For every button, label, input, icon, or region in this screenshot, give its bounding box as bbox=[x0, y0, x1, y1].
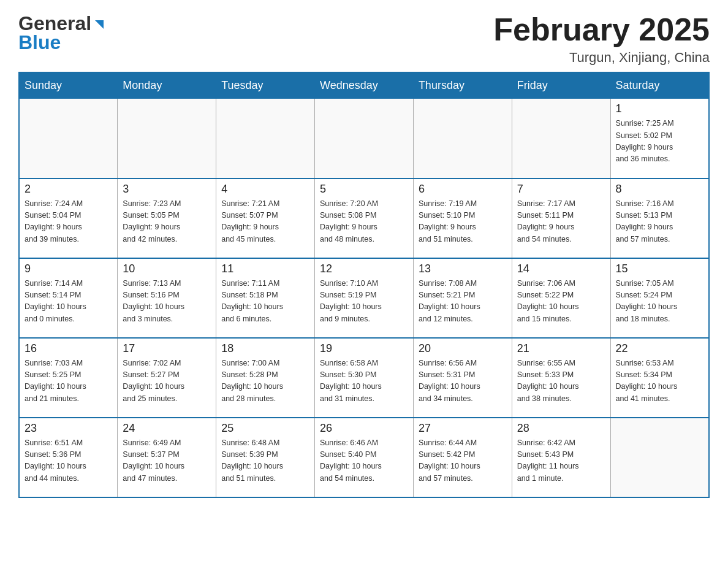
day-info: Sunrise: 6:46 AM Sunset: 5:40 PM Dayligh… bbox=[320, 437, 408, 485]
day-info: Sunrise: 7:14 AM Sunset: 5:14 PM Dayligh… bbox=[25, 278, 112, 326]
day-number: 8 bbox=[616, 183, 703, 196]
location: Turgun, Xinjiang, China bbox=[493, 50, 710, 66]
calendar-cell bbox=[413, 99, 512, 178]
day-number: 13 bbox=[419, 262, 507, 275]
day-number: 20 bbox=[419, 342, 507, 355]
month-title: February 2025 bbox=[493, 12, 710, 47]
week-row: 2Sunrise: 7:24 AM Sunset: 5:04 PM Daylig… bbox=[19, 178, 709, 258]
day-number: 25 bbox=[221, 422, 309, 435]
day-info: Sunrise: 6:58 AM Sunset: 5:30 PM Dayligh… bbox=[320, 358, 408, 405]
day-number: 12 bbox=[320, 262, 408, 275]
weekday-header: Friday bbox=[512, 72, 610, 99]
day-info: Sunrise: 7:08 AM Sunset: 5:21 PM Dayligh… bbox=[419, 278, 507, 326]
calendar-cell: 10Sunrise: 7:13 AM Sunset: 5:16 PM Dayli… bbox=[118, 258, 216, 338]
calendar-cell: 14Sunrise: 7:06 AM Sunset: 5:22 PM Dayli… bbox=[512, 258, 610, 338]
day-info: Sunrise: 7:06 AM Sunset: 5:22 PM Dayligh… bbox=[517, 278, 605, 326]
day-number: 5 bbox=[320, 183, 408, 196]
calendar-cell: 22Sunrise: 6:53 AM Sunset: 5:34 PM Dayli… bbox=[610, 338, 709, 418]
day-number: 9 bbox=[25, 262, 112, 275]
day-info: Sunrise: 7:25 AM Sunset: 5:02 PM Dayligh… bbox=[616, 118, 703, 166]
day-number: 3 bbox=[123, 183, 211, 196]
calendar-cell: 13Sunrise: 7:08 AM Sunset: 5:21 PM Dayli… bbox=[413, 258, 512, 338]
weekday-header-row: SundayMondayTuesdayWednesdayThursdayFrid… bbox=[19, 72, 709, 99]
day-number: 15 bbox=[616, 262, 703, 275]
day-number: 26 bbox=[320, 422, 408, 435]
day-number: 14 bbox=[517, 262, 605, 275]
day-number: 4 bbox=[221, 183, 309, 196]
day-info: Sunrise: 7:23 AM Sunset: 5:05 PM Dayligh… bbox=[123, 198, 211, 246]
day-number: 21 bbox=[517, 342, 605, 355]
day-number: 11 bbox=[221, 262, 309, 275]
calendar-cell: 17Sunrise: 7:02 AM Sunset: 5:27 PM Dayli… bbox=[118, 338, 216, 418]
day-info: Sunrise: 7:20 AM Sunset: 5:08 PM Dayligh… bbox=[320, 198, 408, 246]
calendar-cell bbox=[118, 99, 216, 178]
day-info: Sunrise: 7:05 AM Sunset: 5:24 PM Dayligh… bbox=[616, 278, 703, 326]
calendar-cell bbox=[512, 99, 610, 178]
calendar-cell: 6Sunrise: 7:19 AM Sunset: 5:10 PM Daylig… bbox=[413, 178, 512, 258]
calendar-cell: 4Sunrise: 7:21 AM Sunset: 5:07 PM Daylig… bbox=[216, 178, 315, 258]
day-info: Sunrise: 6:44 AM Sunset: 5:42 PM Dayligh… bbox=[419, 437, 507, 485]
calendar-cell: 5Sunrise: 7:20 AM Sunset: 5:08 PM Daylig… bbox=[315, 178, 414, 258]
logo: General Blue bbox=[18, 12, 106, 54]
day-info: Sunrise: 6:55 AM Sunset: 5:33 PM Dayligh… bbox=[517, 358, 605, 405]
day-number: 19 bbox=[320, 342, 408, 355]
calendar-cell: 3Sunrise: 7:23 AM Sunset: 5:05 PM Daylig… bbox=[118, 178, 216, 258]
calendar-cell: 23Sunrise: 6:51 AM Sunset: 5:36 PM Dayli… bbox=[19, 418, 118, 497]
calendar-cell bbox=[315, 99, 414, 178]
day-number: 1 bbox=[616, 102, 703, 115]
calendar-cell: 7Sunrise: 7:17 AM Sunset: 5:11 PM Daylig… bbox=[512, 178, 610, 258]
weekday-header: Saturday bbox=[610, 72, 709, 99]
day-number: 27 bbox=[419, 422, 507, 435]
day-info: Sunrise: 6:51 AM Sunset: 5:36 PM Dayligh… bbox=[25, 437, 112, 485]
day-info: Sunrise: 6:53 AM Sunset: 5:34 PM Dayligh… bbox=[616, 358, 703, 405]
page-header: General Blue February 2025 Turgun, Xinji… bbox=[18, 12, 710, 66]
day-info: Sunrise: 7:00 AM Sunset: 5:28 PM Dayligh… bbox=[221, 358, 309, 405]
calendar-cell: 25Sunrise: 6:48 AM Sunset: 5:39 PM Dayli… bbox=[216, 418, 315, 497]
calendar-cell: 9Sunrise: 7:14 AM Sunset: 5:14 PM Daylig… bbox=[19, 258, 118, 338]
calendar-cell: 1Sunrise: 7:25 AM Sunset: 5:02 PM Daylig… bbox=[610, 99, 709, 178]
day-info: Sunrise: 7:11 AM Sunset: 5:18 PM Dayligh… bbox=[221, 278, 309, 326]
day-info: Sunrise: 7:24 AM Sunset: 5:04 PM Dayligh… bbox=[25, 198, 112, 246]
svg-marker-0 bbox=[95, 20, 104, 29]
day-number: 24 bbox=[123, 422, 211, 435]
day-info: Sunrise: 7:10 AM Sunset: 5:19 PM Dayligh… bbox=[320, 278, 408, 326]
day-number: 16 bbox=[25, 342, 112, 355]
title-block: February 2025 Turgun, Xinjiang, China bbox=[493, 12, 710, 66]
day-number: 6 bbox=[419, 183, 507, 196]
day-info: Sunrise: 6:48 AM Sunset: 5:39 PM Dayligh… bbox=[221, 437, 309, 485]
calendar-cell: 11Sunrise: 7:11 AM Sunset: 5:18 PM Dayli… bbox=[216, 258, 315, 338]
day-info: Sunrise: 7:16 AM Sunset: 5:13 PM Dayligh… bbox=[616, 198, 703, 246]
day-info: Sunrise: 7:19 AM Sunset: 5:10 PM Dayligh… bbox=[419, 198, 507, 246]
calendar-cell: 19Sunrise: 6:58 AM Sunset: 5:30 PM Dayli… bbox=[315, 338, 414, 418]
calendar-cell: 21Sunrise: 6:55 AM Sunset: 5:33 PM Dayli… bbox=[512, 338, 610, 418]
day-info: Sunrise: 7:21 AM Sunset: 5:07 PM Dayligh… bbox=[221, 198, 309, 246]
calendar-cell: 16Sunrise: 7:03 AM Sunset: 5:25 PM Dayli… bbox=[19, 338, 118, 418]
week-row: 16Sunrise: 7:03 AM Sunset: 5:25 PM Dayli… bbox=[19, 338, 709, 418]
calendar-cell: 26Sunrise: 6:46 AM Sunset: 5:40 PM Dayli… bbox=[315, 418, 414, 497]
calendar-cell bbox=[216, 99, 315, 178]
day-info: Sunrise: 6:49 AM Sunset: 5:37 PM Dayligh… bbox=[123, 437, 211, 485]
calendar-cell: 2Sunrise: 7:24 AM Sunset: 5:04 PM Daylig… bbox=[19, 178, 118, 258]
calendar-cell: 20Sunrise: 6:56 AM Sunset: 5:31 PM Dayli… bbox=[413, 338, 512, 418]
calendar-cell: 24Sunrise: 6:49 AM Sunset: 5:37 PM Dayli… bbox=[118, 418, 216, 497]
day-number: 28 bbox=[517, 422, 605, 435]
logo-triangle-icon bbox=[93, 18, 106, 31]
calendar-cell bbox=[610, 418, 709, 497]
day-number: 2 bbox=[25, 183, 112, 196]
week-row: 9Sunrise: 7:14 AM Sunset: 5:14 PM Daylig… bbox=[19, 258, 709, 338]
day-info: Sunrise: 7:02 AM Sunset: 5:27 PM Dayligh… bbox=[123, 358, 211, 405]
day-number: 22 bbox=[616, 342, 703, 355]
calendar-cell: 18Sunrise: 7:00 AM Sunset: 5:28 PM Dayli… bbox=[216, 338, 315, 418]
week-row: 23Sunrise: 6:51 AM Sunset: 5:36 PM Dayli… bbox=[19, 418, 709, 497]
weekday-header: Sunday bbox=[19, 72, 118, 99]
calendar-table: SundayMondayTuesdayWednesdayThursdayFrid… bbox=[18, 72, 710, 498]
day-number: 17 bbox=[123, 342, 211, 355]
day-info: Sunrise: 7:13 AM Sunset: 5:16 PM Dayligh… bbox=[123, 278, 211, 326]
calendar-cell: 8Sunrise: 7:16 AM Sunset: 5:13 PM Daylig… bbox=[610, 178, 709, 258]
calendar-cell: 12Sunrise: 7:10 AM Sunset: 5:19 PM Dayli… bbox=[315, 258, 414, 338]
weekday-header: Tuesday bbox=[216, 72, 315, 99]
day-info: Sunrise: 6:56 AM Sunset: 5:31 PM Dayligh… bbox=[419, 358, 507, 405]
day-number: 7 bbox=[517, 183, 605, 196]
day-number: 23 bbox=[25, 422, 112, 435]
day-number: 10 bbox=[123, 262, 211, 275]
